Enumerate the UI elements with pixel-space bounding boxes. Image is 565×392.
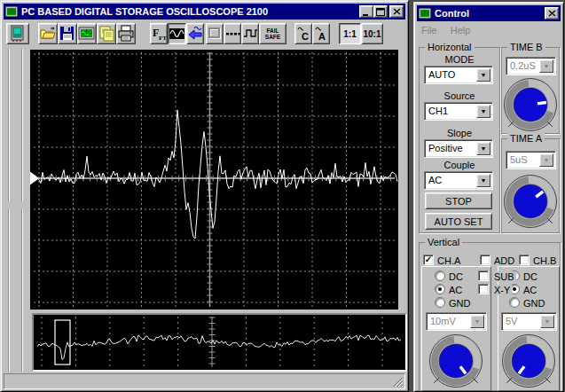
calibrate-a-button[interactable]: A: [312, 23, 330, 44]
time-b-dropdown-arrow-icon[interactable]: [539, 59, 553, 73]
resize-grip[interactable]: [391, 375, 404, 388]
main-titlebar[interactable]: PC BASED DIGITAL STORAGE OSCILLOSCOPE 21…: [4, 4, 405, 20]
slope-select[interactable]: Positive: [424, 139, 493, 158]
main-window: PC BASED DIGITAL STORAGE OSCILLOSCOPE 21…: [0, 0, 409, 392]
ch-a-label: CH.A: [437, 255, 460, 266]
failsafe-label-2: SAFE: [265, 34, 280, 40]
slider-b-groove: [21, 49, 23, 372]
source-value: CH1: [425, 103, 475, 120]
status-bar: [4, 373, 405, 389]
slider-b-thumb[interactable]: [17, 201, 28, 209]
desktop: PC BASED DIGITAL STORAGE OSCILLOSCOPE 21…: [0, 0, 565, 392]
failsafe-label-1: FAIL: [266, 27, 279, 34]
ch-b-range-value: 5V: [502, 313, 538, 330]
notes-icon: [98, 25, 115, 43]
probe-10-1-button[interactable]: 10:1: [361, 23, 383, 44]
couple-dropdown-arrow-icon[interactable]: [476, 174, 490, 187]
ch-b-range-select[interactable]: 5V: [501, 312, 557, 331]
time-b-knob[interactable]: [503, 77, 558, 132]
ch-a-range-select[interactable]: 10mV: [426, 312, 487, 331]
slope-label: Slope: [420, 128, 499, 138]
slope-dropdown-arrow-icon[interactable]: [476, 142, 490, 155]
control-app-icon: [419, 7, 432, 20]
time-b-select[interactable]: 0.2uS: [506, 57, 556, 75]
ch-b-range-arrow-icon[interactable]: [540, 315, 554, 328]
ch-a-range-arrow-icon[interactable]: [470, 315, 484, 328]
time-a-knob[interactable]: [503, 174, 558, 229]
open-button[interactable]: [38, 23, 58, 44]
vertical-group: Vertical ✓ CH.A ADD CH.B DC AC GND 10mV: [419, 242, 561, 391]
source-label: Source: [420, 90, 499, 101]
time-a-dropdown-arrow-icon[interactable]: [539, 153, 553, 167]
time-b-group-label: TIME B: [507, 42, 545, 52]
ch-a-gain-knob[interactable]: [428, 333, 483, 388]
mode-dropdown-arrow-icon[interactable]: [476, 68, 490, 82]
control-window: Control File Help Horizontal MODE AUTO S…: [413, 2, 564, 392]
time-a-select[interactable]: 5uS: [506, 151, 556, 169]
source-dropdown-arrow-icon[interactable]: [476, 105, 490, 118]
ch-a-checkbox[interactable]: ✓: [423, 255, 434, 265]
add-label: ADD: [494, 255, 514, 266]
couple-value: AC: [425, 172, 475, 189]
ch-a-gnd-radio[interactable]: [435, 297, 445, 308]
minimize-icon: [362, 8, 371, 16]
ch-b-label: CH.B: [533, 255, 556, 266]
notes-button[interactable]: [97, 23, 116, 44]
couple-label: Couple: [420, 160, 499, 170]
ch-a-dc-radio[interactable]: [435, 270, 445, 281]
xy-label: X-Y: [492, 285, 512, 295]
maximize-button[interactable]: [373, 5, 388, 18]
auto-set-button[interactable]: AUTO SET: [425, 213, 492, 230]
capture-button[interactable]: [77, 23, 97, 44]
main-window-title: PC BASED DIGITAL STORAGE OSCILLOSCOPE 21…: [21, 6, 268, 17]
couple-select[interactable]: AC: [424, 171, 493, 190]
sub-checkbox[interactable]: [478, 270, 489, 281]
fft-button[interactable]: FFT: [150, 23, 168, 44]
control-titlebar[interactable]: Control: [417, 5, 561, 21]
add-checkbox[interactable]: [480, 255, 490, 265]
channel-b-position-slider[interactable]: [16, 47, 28, 373]
minimize-button[interactable]: [359, 5, 373, 18]
save-button[interactable]: [58, 23, 77, 44]
open-folder-icon: [39, 25, 57, 43]
failsafe-button[interactable]: FAILSAFE: [259, 23, 286, 44]
ch-a-dc-label: DC: [449, 271, 463, 282]
ch-b-checkbox[interactable]: [519, 255, 530, 265]
ch-b-gnd-radio[interactable]: [509, 297, 520, 308]
ch-a-ac-radio[interactable]: [435, 284, 445, 294]
overview-waveform: [34, 315, 405, 370]
channel-a-position-slider[interactable]: [3, 47, 15, 373]
display-mode-button[interactable]: [168, 23, 186, 44]
horizontal-group: Horizontal MODE AUTO Source CH1 Slope Po…: [419, 47, 500, 233]
svg-text:A: A: [318, 31, 326, 42]
stop-button[interactable]: STOP: [425, 192, 492, 209]
save-floppy-icon: [59, 25, 76, 43]
menu-file[interactable]: File: [416, 23, 443, 37]
waveform-display-icon: [169, 25, 185, 43]
probe-1-1-button[interactable]: 1:1: [339, 23, 361, 44]
source-select[interactable]: CH1: [424, 102, 493, 121]
trigger-level-marker[interactable]: [30, 172, 39, 185]
control-close-button[interactable]: [545, 7, 559, 20]
xy-checkbox[interactable]: [478, 284, 489, 294]
dotted-line-icon: [224, 25, 240, 43]
mode-label: MODE: [420, 54, 499, 65]
menu-help[interactable]: Help: [445, 23, 476, 37]
calibrate-c-button[interactable]: C: [294, 23, 312, 44]
sub-label: SUB: [492, 271, 516, 282]
overview-display: [32, 313, 407, 372]
ch-a-gnd-label: GND: [449, 298, 470, 309]
mode-select[interactable]: AUTO: [424, 66, 493, 84]
close-button[interactable]: [389, 5, 404, 18]
slider-a-thumb[interactable]: [4, 201, 15, 209]
scope-screen-icon: [78, 25, 96, 43]
grid-toggle-button[interactable]: [206, 23, 224, 44]
time-b-value: 0.2uS: [506, 58, 538, 74]
square-wave-button[interactable]: [241, 23, 259, 44]
exit-button[interactable]: [6, 23, 29, 44]
svg-text:C: C: [302, 31, 309, 42]
print-button[interactable]: [116, 23, 136, 44]
undo-sweep-button[interactable]: [186, 23, 204, 44]
ch-b-gain-knob[interactable]: [501, 333, 556, 388]
dotted-grid-button[interactable]: [224, 23, 241, 44]
